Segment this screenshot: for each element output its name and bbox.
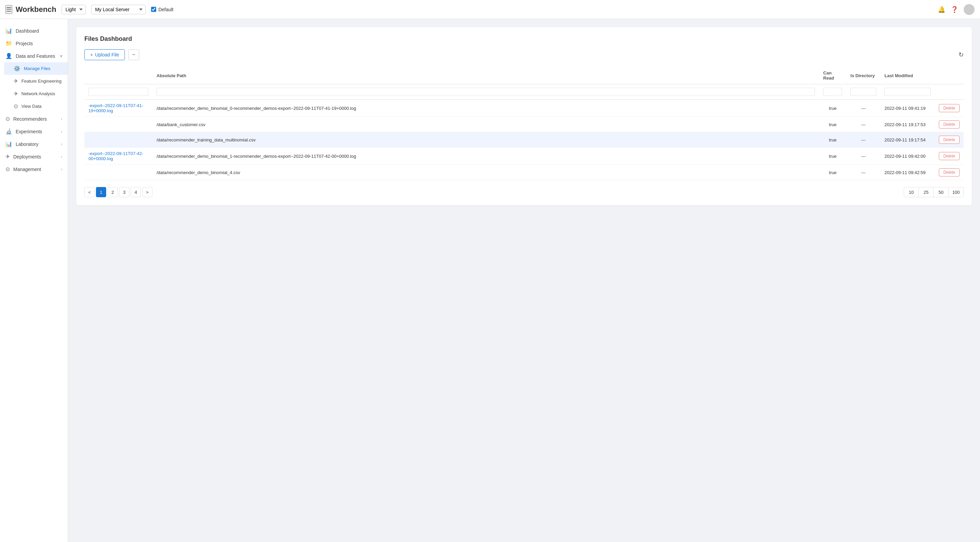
table-row: -export--2022-09-11T07-41-19+0000.log/da… [84,100,964,117]
sidebar-item-deployments[interactable]: ✈ Deployments ‹ [0,150,68,163]
filter-modified-input[interactable] [885,88,931,96]
file-name-link[interactable]: -export--2022-09-11T07-41-19+0000.log [89,103,143,113]
file-canread-cell: true [819,147,846,165]
sidebar-item-label: Data and Features [16,53,55,59]
delete-button[interactable]: Delete [939,104,959,112]
table-row: /data/bank_customer.csvtrue---2022-09-11… [84,117,964,132]
sidebar-item-laboratory[interactable]: 📊 Laboratory ‹ [0,138,68,150]
sidebar-item-management[interactable]: ⊙ Management ‹ [0,163,68,176]
default-checkbox-label[interactable]: Default [151,7,173,12]
page-size-50[interactable]: 50 [934,187,949,197]
file-isdir-cell: --- [846,132,880,147]
filter-isdir-input[interactable] [850,88,876,96]
sidebar-item-data-and-features[interactable]: 👤 Data and Features ▾ [0,50,68,62]
sidebar-item-manage-files[interactable]: ⚙️ Manage Files [4,62,68,75]
chevron-right-icon: ‹ [61,167,62,172]
table-body: -export--2022-09-11T07-41-19+0000.log/da… [84,100,964,180]
delete-button[interactable]: Delete [939,168,959,176]
sidebar-item-label: Recommenders [13,116,47,122]
sidebar-item-feature-engineering[interactable]: ✈ Feature Engineering [4,75,68,87]
data-features-submenu: ⚙️ Manage Files ✈ Feature Engineering ✈ … [0,62,68,113]
menu-hamburger[interactable]: ☰ [5,5,12,14]
page-button-3[interactable]: 3 [119,187,129,197]
next-page-button[interactable]: > [142,187,153,197]
filter-name-input[interactable] [89,88,148,96]
filter-canread-cell [819,84,846,100]
file-toolbar: + Upload File − ↻ [84,49,964,60]
file-action-cell: Delete [935,117,964,132]
col-header-isdir: Is Directory [846,67,880,84]
theme-select[interactable]: Light Dark [62,5,86,14]
col-header-action [935,67,964,84]
files-dashboard-card: Files Dashboard + Upload File − ↻ Absolu… [76,27,972,205]
page-button-2[interactable]: 2 [108,187,118,197]
file-action-cell: Delete [935,100,964,117]
sidebar-item-label: Manage Files [24,66,50,71]
file-canread-cell: true [819,132,846,147]
chevron-right-icon: ‹ [61,154,62,159]
file-name-cell [84,165,153,180]
sidebar-item-view-data[interactable]: ⊙ View Data [4,100,68,113]
delete-button[interactable]: Delete [939,136,959,144]
page-size-25[interactable]: 25 [919,187,934,197]
file-isdir-cell: --- [846,100,880,117]
feature-eng-icon: ✈ [14,78,18,84]
sidebar-item-experiments[interactable]: 🔬 Experiments ‹ [0,125,68,138]
theme-select-wrapper: Light Dark [62,5,86,14]
sidebar-item-projects[interactable]: 📁 Projects [0,37,68,50]
file-path-cell: /data/recommender_training_data_multinom… [153,132,819,147]
prev-page-button[interactable]: < [84,187,95,197]
sidebar-item-recommenders[interactable]: ⊙ Recommenders ‹ [0,113,68,125]
server-select[interactable]: My Local Server [91,5,146,14]
upload-file-button[interactable]: + Upload File [84,49,125,60]
file-name-cell [84,132,153,147]
upload-plus-icon: + [90,52,93,57]
sidebar-item-label: Feature Engineering [21,79,62,84]
data-features-icon: 👤 [5,53,12,59]
file-action-cell: Delete [935,132,964,147]
manage-files-icon: ⚙️ [14,65,21,72]
file-path-cell: /data/recommender_demo_binomial_0-recomm… [153,100,819,117]
chevron-right-icon: ‹ [61,117,62,121]
col-header-canread: CanRead [819,67,846,84]
default-checkbox[interactable] [151,7,156,12]
recommenders-icon: ⊙ [5,116,10,122]
sidebar-item-label: Dashboard [16,28,39,34]
table-row: /data/recommender_demo_binomial_4.csvtru… [84,165,964,180]
sidebar-item-label: Management [13,166,41,172]
file-path-cell: /data/bank_customer.csv [153,117,819,132]
sidebar-item-label: View Data [21,104,41,109]
page-size-100[interactable]: 100 [949,187,964,197]
management-icon: ⊙ [5,166,10,173]
delete-button[interactable]: Delete [939,152,959,160]
sidebar-item-label: Deployments [13,154,41,160]
experiments-icon: 🔬 [5,128,12,135]
page-size-buttons: 10 25 50 100 [904,187,964,197]
sidebar-item-dashboard[interactable]: 📊 Dashboard [0,24,68,37]
file-modified-cell: 2022-09-11 19:17:54 [880,132,935,147]
page-button-1[interactable]: 1 [96,187,106,197]
file-canread-cell: true [819,165,846,180]
file-name-cell: -export--2022-09-11T07-42-00+0000.log [84,147,153,165]
minus-button[interactable]: − [128,49,139,60]
table-filter-row [84,84,964,100]
delete-button[interactable]: Delete [939,120,959,128]
file-canread-cell: true [819,117,846,132]
sidebar-item-network-analysis[interactable]: ✈ Network Analysis [4,87,68,100]
file-modified-cell: 2022-09-11 09:42:00 [880,147,935,165]
filter-canread-input[interactable] [823,88,842,96]
page-size-10[interactable]: 10 [904,187,919,197]
col-header-path: Absolute Path [153,67,819,84]
file-name-link[interactable]: -export--2022-09-11T07-42-00+0000.log [89,151,143,161]
refresh-button[interactable]: ↻ [959,51,964,59]
notifications-button[interactable]: 🔔 [938,6,945,13]
page-title: Files Dashboard [84,35,964,43]
filter-path-input[interactable] [156,88,815,96]
sidebar-item-label: Experiments [16,129,42,134]
file-path-cell: /data/recommender_demo_binomial_4.csv [153,165,819,180]
help-button[interactable]: ❓ [951,6,958,13]
brand-title: Workbench [16,5,56,14]
pagination-area: < 1 2 3 4 > 10 25 50 100 [84,187,964,197]
page-button-4[interactable]: 4 [130,187,141,197]
user-avatar[interactable] [964,4,975,15]
